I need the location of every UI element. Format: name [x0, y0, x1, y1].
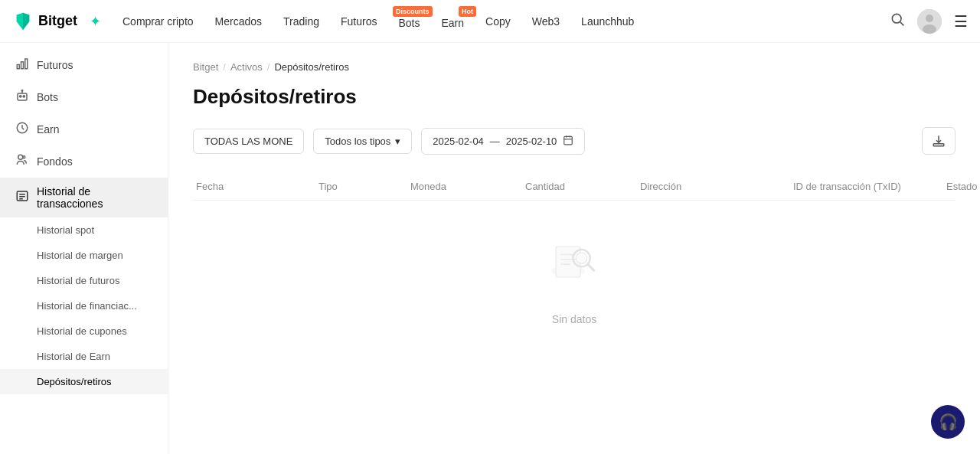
avatar[interactable]: [917, 9, 942, 34]
svg-line-32: [588, 264, 594, 270]
date-to: 2025-02-10: [506, 136, 557, 147]
date-separator: —: [490, 136, 500, 147]
col-txid: ID de transacción (TxID): [790, 181, 943, 192]
svg-point-12: [21, 90, 23, 92]
col-estado: Estado: [943, 181, 980, 192]
top-navigation: Bitget ✦ Comprar cripto Mercados Trading…: [0, 0, 980, 43]
sidebar-label-historial-transacciones: Historial de transacciones: [37, 185, 152, 210]
hamburger-menu[interactable]: ☰: [954, 12, 968, 31]
breadcrumb-activos[interactable]: Activos: [230, 61, 263, 73]
breadcrumb-current: Depósitos/retiros: [274, 61, 349, 73]
sidebar-item-fondos[interactable]: Fondos: [0, 145, 168, 178]
nav-bots[interactable]: Bots Discounts: [389, 9, 429, 34]
sidebar-label-fondos: Fondos: [37, 155, 73, 168]
fondos-icon: [15, 153, 29, 170]
date-range-filter[interactable]: 2025-02-04 — 2025-02-10: [421, 128, 585, 155]
svg-point-15: [23, 156, 25, 158]
search-button[interactable]: [890, 11, 905, 31]
sidebar-item-historial-margen[interactable]: Historial de margen: [0, 243, 168, 268]
nav-earn[interactable]: Earn Hot: [433, 9, 474, 34]
logo[interactable]: Bitget: [12, 11, 77, 32]
bot-icon: [15, 89, 29, 106]
history-icon: [15, 189, 29, 206]
svg-rect-6: [21, 62, 24, 69]
svg-point-31: [576, 253, 586, 263]
support-chat-button[interactable]: 🎧: [931, 405, 965, 439]
svg-point-14: [18, 155, 23, 159]
empty-icon: [544, 231, 605, 304]
empty-state: Sin datos: [193, 201, 956, 356]
type-filter-label: Todos los tipos: [325, 136, 390, 147]
col-moneda: Moneda: [407, 181, 522, 192]
sidebar-item-historial-financiac[interactable]: Historial de financiac...: [0, 293, 168, 318]
earn-icon: [15, 121, 29, 138]
main-content: Bitget / Activos / Depósitos/retiros Dep…: [168, 43, 980, 454]
svg-rect-5: [17, 65, 19, 69]
sidebar-item-bots[interactable]: Bots: [0, 81, 168, 113]
sidebar-item-historial-earn[interactable]: Historial de Earn: [0, 344, 168, 369]
nav-web3[interactable]: Web3: [523, 11, 569, 32]
col-direccion: Dirección: [637, 181, 790, 192]
calendar-icon: [563, 135, 573, 148]
nav-copy[interactable]: Copy: [476, 11, 520, 32]
nav-right: ☰: [890, 9, 968, 34]
nav-items: Comprar cripto Mercados Trading Futuros …: [113, 9, 884, 34]
col-cantidad: Cantidad: [522, 181, 637, 192]
svg-point-10: [23, 96, 24, 97]
svg-point-9: [20, 96, 21, 97]
breadcrumb: Bitget / Activos / Depósitos/retiros: [193, 61, 956, 73]
sidebar-item-depositos-retiros[interactable]: Depósitos/retiros: [0, 369, 168, 394]
export-button[interactable]: [922, 127, 956, 155]
svg-point-0: [892, 14, 901, 23]
sidebar-item-historial-transacciones[interactable]: Historial de transacciones: [0, 178, 168, 217]
type-filter[interactable]: Todos los tipos ▾: [313, 129, 412, 154]
table-header: Fecha Tipo Moneda Cantidad Dirección ID …: [193, 173, 956, 201]
sidebar-item-historial-futuros[interactable]: Historial de futuros: [0, 268, 168, 293]
earn-badge: Hot: [459, 6, 476, 18]
svg-line-1: [900, 22, 904, 26]
sidebar-label-futuros: Futuros: [37, 59, 73, 71]
nav-mercados[interactable]: Mercados: [206, 11, 271, 32]
nav-trading[interactable]: Trading: [274, 11, 328, 32]
col-tipo: Tipo: [315, 181, 407, 192]
sidebar-item-historial-cupones[interactable]: Historial de cupones: [0, 318, 168, 344]
main-layout: Futuros Bots Earn: [0, 43, 980, 454]
svg-point-3: [926, 15, 933, 22]
nav-comprar-cripto[interactable]: Comprar cripto: [113, 11, 203, 32]
col-fecha: Fecha: [193, 181, 315, 192]
sidebar-item-earn[interactable]: Earn: [0, 113, 168, 145]
empty-text: Sin datos: [552, 313, 596, 325]
svg-rect-24: [933, 144, 944, 146]
page-title: Depósitos/retiros: [193, 85, 956, 109]
sidebar-item-historial-spot[interactable]: Historial spot: [0, 217, 168, 243]
nav-launchhub[interactable]: Launchhub: [572, 11, 643, 32]
sidebar-label-bots: Bots: [37, 91, 58, 103]
sidebar-item-futuros[interactable]: Futuros: [0, 49, 168, 81]
svg-rect-8: [18, 93, 27, 100]
date-from: 2025-02-04: [433, 136, 484, 147]
svg-rect-7: [25, 59, 28, 69]
currency-filter-label: TODAS LAS MONE: [204, 136, 292, 147]
diamond-icon: ✦: [90, 13, 101, 30]
filters-bar: TODAS LAS MONE Todos los tipos ▾ 2025-02…: [193, 127, 956, 155]
sidebar: Futuros Bots Earn: [0, 43, 168, 454]
chart-icon: [15, 57, 29, 73]
chevron-down-icon: ▾: [395, 136, 400, 147]
svg-point-4: [923, 24, 936, 34]
svg-rect-20: [564, 136, 573, 145]
logo-text: Bitget: [38, 13, 77, 29]
breadcrumb-bitget[interactable]: Bitget: [193, 61, 218, 73]
bots-badge: Discounts: [393, 6, 433, 18]
sidebar-label-earn: Earn: [37, 123, 60, 136]
currency-filter[interactable]: TODAS LAS MONE: [193, 129, 304, 154]
nav-futuros[interactable]: Futuros: [332, 11, 386, 32]
